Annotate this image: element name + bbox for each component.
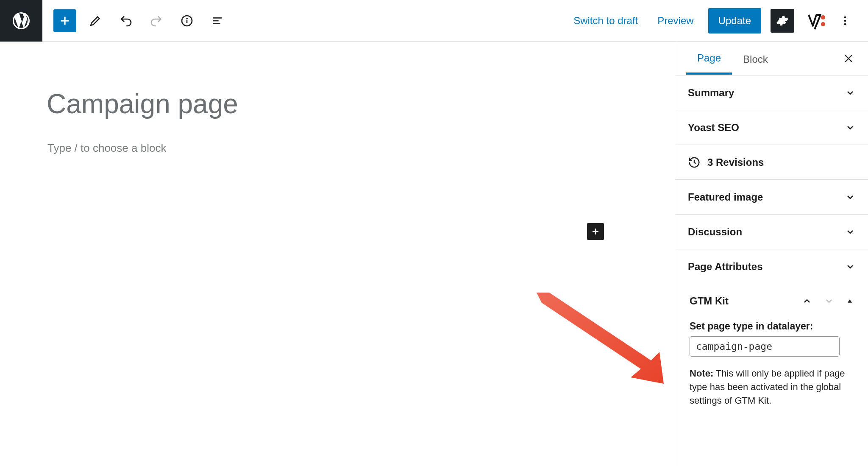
settings-sidebar: Page Block Summary Yoast SEO 3 Revisions…: [675, 42, 868, 466]
kebab-icon: [839, 15, 851, 27]
redo-icon: [150, 14, 163, 28]
gtm-note: Note: This will only be applied if page …: [690, 367, 854, 407]
gear-icon: [776, 14, 789, 27]
plus-icon: [58, 14, 72, 28]
yoast-icon: [806, 11, 825, 30]
switch-to-draft-button[interactable]: Switch to draft: [568, 11, 643, 30]
svg-point-9: [821, 22, 825, 26]
undo-button[interactable]: [114, 9, 137, 32]
details-button[interactable]: [175, 9, 198, 32]
annotation-arrow: [537, 293, 664, 386]
wordpress-icon: [11, 11, 31, 31]
panel-featured-image[interactable]: Featured image: [675, 180, 868, 215]
revisions-link[interactable]: 3 Revisions: [675, 145, 868, 180]
toolbar-right-group: Switch to draft Preview Update: [568, 8, 868, 33]
chevron-down-icon: [845, 192, 855, 202]
more-options-button[interactable]: [837, 9, 854, 33]
close-icon: [843, 53, 854, 64]
editor-canvas[interactable]: Campaign page Type / to choose a block: [0, 42, 675, 466]
list-view-icon: [211, 14, 224, 28]
triangle-up-icon[interactable]: [846, 297, 854, 305]
panel-page-attributes[interactable]: Page Attributes: [675, 249, 868, 284]
block-placeholder[interactable]: Type / to choose a block: [47, 142, 166, 155]
svg-marker-15: [537, 293, 664, 384]
svg-point-8: [821, 15, 825, 20]
chevron-down-icon: [845, 123, 855, 133]
gtm-kit-title: GTM Kit: [690, 295, 729, 307]
svg-point-11: [844, 20, 846, 22]
gtm-field-label: Set page type in datalayer:: [690, 321, 854, 332]
revisions-label: 3 Revisions: [707, 156, 764, 168]
svg-point-12: [844, 23, 846, 25]
panel-label: Yoast SEO: [688, 122, 739, 134]
inline-add-block-button[interactable]: [587, 223, 604, 240]
svg-point-4: [186, 18, 187, 19]
sidebar-tabs: Page Block: [675, 42, 868, 75]
svg-point-10: [844, 16, 846, 18]
panel-discussion[interactable]: Discussion: [675, 215, 868, 249]
close-sidebar-button[interactable]: [840, 50, 857, 67]
chevron-down-icon[interactable]: [824, 296, 834, 306]
panel-gtm-kit-header[interactable]: GTM Kit: [675, 284, 868, 318]
update-button[interactable]: Update: [708, 8, 761, 33]
info-icon: [180, 14, 194, 28]
panel-label: Discussion: [688, 226, 742, 238]
panel-yoast-seo[interactable]: Yoast SEO: [675, 110, 868, 145]
panel-label: Featured image: [688, 191, 763, 203]
panel-label: Summary: [688, 87, 734, 99]
pencil-icon: [89, 14, 102, 28]
chevron-down-icon: [845, 227, 855, 237]
gtm-note-label: Note:: [690, 368, 713, 379]
panel-label: Page Attributes: [688, 261, 762, 273]
toolbar-left-group: [42, 9, 229, 32]
plus-icon: [590, 226, 601, 237]
chevron-up-icon[interactable]: [802, 296, 812, 306]
tab-page[interactable]: Page: [686, 42, 732, 75]
chevron-down-icon: [845, 262, 855, 272]
edit-mode-button[interactable]: [84, 9, 107, 32]
add-block-button[interactable]: [53, 9, 76, 32]
history-icon: [688, 156, 701, 169]
panel-summary[interactable]: Summary: [675, 75, 868, 110]
preview-button[interactable]: Preview: [652, 11, 698, 30]
page-title[interactable]: Campaign page: [47, 88, 238, 120]
gtm-page-type-input[interactable]: [690, 336, 840, 357]
chevron-down-icon: [845, 88, 855, 98]
tab-block[interactable]: Block: [732, 43, 779, 74]
wordpress-logo[interactable]: [0, 0, 42, 42]
gtm-kit-controls: [802, 296, 854, 306]
editor-top-toolbar: Switch to draft Preview Update: [0, 0, 868, 42]
svg-marker-18: [848, 299, 852, 303]
undo-icon: [119, 14, 133, 28]
list-view-button[interactable]: [206, 9, 229, 32]
panel-gtm-kit-body: Set page type in datalayer: Note: This w…: [675, 318, 868, 424]
yoast-seo-button[interactable]: [804, 9, 827, 33]
settings-button[interactable]: [771, 9, 794, 33]
redo-button[interactable]: [145, 9, 168, 32]
